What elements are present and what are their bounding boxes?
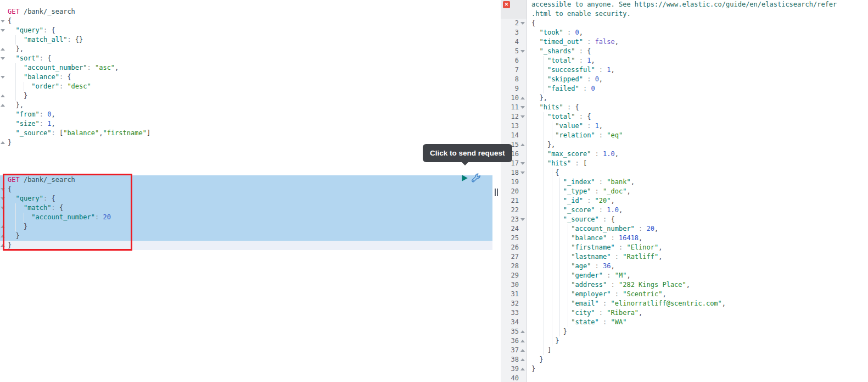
response-line[interactable]: 26 "firstname" : "Elinor",	[501, 243, 868, 252]
request-options-button[interactable]	[471, 173, 480, 182]
fold-arrow-icon[interactable]	[1, 20, 5, 23]
response-line[interactable]: 19 "_index" : "bank",	[501, 178, 868, 187]
fold-arrow-icon[interactable]	[520, 340, 525, 342]
fold-arrow-icon[interactable]	[1, 244, 5, 247]
response-line[interactable]: 14 "relation" : "eq"	[501, 131, 868, 140]
fold-arrow-icon[interactable]	[520, 97, 525, 99]
request-line[interactable]: "match_all": {}	[0, 35, 492, 45]
request-line[interactable]: },	[0, 45, 492, 54]
request-line[interactable]: "account_number": "asc",	[0, 63, 492, 73]
fold-arrow-icon[interactable]	[520, 218, 525, 221]
response-line[interactable]: 7 "successful" : 1,	[501, 65, 868, 75]
response-line[interactable]: 40	[501, 374, 868, 382]
request-line[interactable]: {	[0, 16, 492, 26]
response-line[interactable]: 8 "skipped" : 0,	[501, 75, 868, 84]
request-line[interactable]: "sort": {	[0, 54, 492, 63]
response-line[interactable]: 12 "total" : {	[501, 112, 868, 121]
response-line[interactable]: 36 }	[501, 336, 868, 346]
fold-arrow-icon[interactable]	[520, 115, 525, 118]
request-editor[interactable]: GET /bank/_search{ "query": { "match_all…	[0, 0, 492, 382]
response-line[interactable]: 4 "timed_out" : false,	[501, 37, 868, 47]
fold-arrow-icon[interactable]	[520, 349, 525, 352]
fold-arrow-icon[interactable]	[1, 76, 5, 79]
response-line[interactable]: .html to enable security.	[501, 9, 868, 19]
request-line[interactable]: }	[0, 91, 492, 101]
request-line[interactable]: }	[0, 241, 492, 250]
response-line[interactable]: 5 "_shards" : {	[501, 47, 868, 56]
request-line[interactable]: "_source": ["balance","firstname"]	[0, 129, 492, 138]
request-line[interactable]: GET /bank/_search	[0, 7, 492, 16]
request-line[interactable]: "from": 0,	[0, 110, 492, 119]
response-line[interactable]: 20 "_type" : "_doc",	[501, 187, 868, 196]
fold-arrow-icon[interactable]	[520, 358, 525, 361]
request-line[interactable]: GET /bank/_search	[0, 175, 492, 185]
request-line[interactable]: }	[0, 138, 492, 147]
request-line[interactable]: "account_number": 20	[0, 213, 492, 222]
fold-arrow-icon[interactable]	[520, 50, 525, 53]
response-line[interactable]: 37 ]	[501, 346, 868, 355]
fold-arrow-icon[interactable]	[520, 106, 525, 109]
fold-arrow-icon[interactable]	[520, 162, 525, 165]
response-line[interactable]: 3 "took" : 0,	[501, 28, 868, 37]
response-line[interactable]: 23 "_source" : {	[501, 215, 868, 224]
fold-arrow-icon[interactable]	[520, 171, 525, 174]
response-line[interactable]: 35 }	[501, 327, 868, 336]
fold-arrow-icon[interactable]	[1, 235, 5, 237]
response-line[interactable]: 33 "city" : "Ribera",	[501, 308, 868, 318]
fold-arrow-icon[interactable]	[1, 95, 5, 97]
fold-arrow-icon[interactable]	[1, 57, 5, 60]
request-line[interactable]: {	[0, 185, 492, 194]
response-line[interactable]: 25 "balance" : 16418,	[501, 234, 868, 243]
request-line[interactable]: },	[0, 101, 492, 110]
request-line[interactable]: "balance": {	[0, 73, 492, 82]
response-line[interactable]: 17 "hits" : [	[501, 159, 868, 168]
response-line[interactable]: 31 "employer" : "Scentric",	[501, 290, 868, 299]
request-line[interactable]: "match": {	[0, 203, 492, 213]
fold-arrow-icon[interactable]	[1, 188, 5, 191]
fold-arrow-icon[interactable]	[1, 29, 5, 32]
response-line[interactable]: 38 }	[501, 355, 868, 364]
response-line[interactable]: 18 {	[501, 168, 868, 178]
fold-arrow-icon[interactable]	[520, 143, 525, 146]
fold-arrow-icon[interactable]	[1, 225, 5, 228]
response-line[interactable]: 21 "_id" : "20",	[501, 196, 868, 206]
fold-arrow-icon[interactable]	[520, 368, 525, 370]
response-line[interactable]: 34 "state" : "WA"	[501, 318, 868, 327]
response-line[interactable]: 13 "value" : 1,	[501, 121, 868, 131]
request-line[interactable]: "size": 1,	[0, 119, 492, 129]
fold-arrow-icon[interactable]	[1, 48, 5, 51]
request-line[interactable]: "query": {	[0, 26, 492, 35]
response-line[interactable]: 32 "email" : "elinorratliff@scentric.com…	[501, 299, 868, 308]
send-request-button[interactable]	[461, 174, 468, 182]
response-pane[interactable]: ✕accessible to anyone. See https://www.e…	[501, 0, 868, 382]
request-line[interactable]: "order": "desc"	[0, 82, 492, 91]
request-line[interactable]: "query": {	[0, 194, 492, 203]
request-line[interactable]	[0, 157, 492, 166]
response-line[interactable]: 29 "gender" : "M",	[501, 271, 868, 280]
request-line[interactable]	[0, 166, 492, 175]
fold-arrow-icon[interactable]	[1, 207, 5, 209]
response-line[interactable]: 15 },	[501, 140, 868, 150]
response-line[interactable]: 16 "max_score" : 1.0,	[501, 150, 868, 159]
response-line[interactable]: 10 },	[501, 93, 868, 103]
fold-arrow-icon[interactable]	[1, 141, 5, 144]
response-line[interactable]: 28 "age" : 36,	[501, 262, 868, 271]
request-line[interactable]	[0, 147, 492, 157]
request-line[interactable]: }	[0, 222, 492, 231]
response-line[interactable]: 27 "lastname" : "Ratliff",	[501, 252, 868, 262]
response-line[interactable]: 24 "account_number" : 20,	[501, 224, 868, 234]
response-line[interactable]: 2{	[501, 19, 868, 28]
fold-arrow-icon[interactable]	[520, 330, 525, 333]
response-line[interactable]: 11 "hits" : {	[501, 103, 868, 112]
response-line[interactable]: ✕accessible to anyone. See https://www.e…	[501, 0, 868, 9]
fold-arrow-icon[interactable]	[1, 197, 5, 200]
response-line[interactable]: 22 "_score" : 1.0,	[501, 206, 868, 215]
response-line[interactable]: 6 "total" : 1,	[501, 56, 868, 65]
fold-arrow-icon[interactable]	[520, 22, 525, 25]
response-line[interactable]: 30 "address" : "282 Kings Place",	[501, 280, 868, 290]
fold-arrow-icon[interactable]	[1, 104, 5, 107]
response-line[interactable]: 9 "failed" : 0	[501, 84, 868, 93]
panel-resize-handle[interactable]	[495, 189, 500, 196]
response-line[interactable]: 39}	[501, 364, 868, 374]
request-line[interactable]: }	[0, 231, 492, 241]
